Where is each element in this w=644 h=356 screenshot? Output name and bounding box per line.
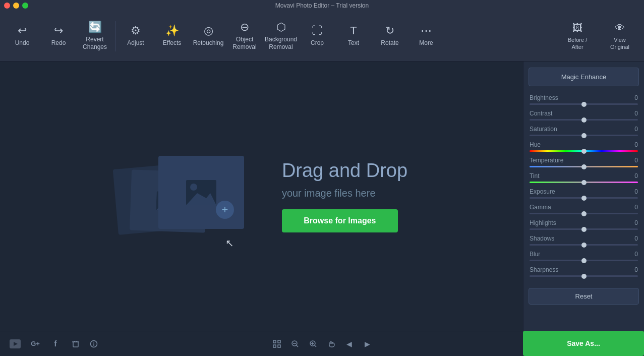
facebook-icon[interactable]: f [47, 336, 64, 352]
undo-label: Undo [15, 39, 30, 46]
next-image-button[interactable]: ▶ [360, 336, 376, 352]
shadows-label: Shadows [530, 235, 554, 242]
hue-track[interactable] [530, 150, 638, 152]
revert-icon: 🔄 [88, 22, 102, 33]
svg-rect-14 [278, 345, 280, 347]
view-original-button[interactable]: 👁 View Original [600, 14, 640, 58]
info-icon: i [90, 340, 98, 348]
main-toolbar: ↩ Undo ↪ Redo 🔄 Revert Changes ⚙ Adjust … [0, 11, 644, 62]
temperature-thumb[interactable] [581, 164, 587, 169]
prev-image-button[interactable]: ◀ [341, 336, 358, 352]
youtube-icon[interactable] [7, 336, 23, 352]
gamma-track[interactable] [530, 213, 638, 214]
minimize-button[interactable] [13, 3, 19, 9]
undo-icon: ↩ [18, 25, 27, 36]
save-as-button[interactable]: Save As... [523, 331, 644, 356]
googleplus-label: G+ [31, 340, 40, 347]
shadows-thumb[interactable] [581, 243, 587, 248]
maximize-button[interactable] [22, 3, 28, 9]
sharpness-slider-row: Sharpness 0 [530, 266, 638, 277]
exposure-track[interactable] [530, 197, 638, 199]
magic-enhance-button[interactable]: Magic Enhance [529, 68, 639, 86]
zoom-out-button[interactable] [287, 336, 303, 352]
highlights-track[interactable] [530, 228, 638, 230]
drop-zone[interactable]: + ↖ Drag and Drop your image files here … [115, 146, 407, 247]
gamma-thumb[interactable] [581, 211, 587, 216]
hue-thumb[interactable] [581, 149, 587, 154]
sliders-section: Brightness 0 Contrast 0 [523, 92, 644, 284]
hand-tool-button[interactable] [323, 336, 339, 352]
tint-value: 0 [634, 172, 638, 180]
object-removal-button[interactable]: ⊖ Object Removal [226, 14, 263, 58]
temperature-track[interactable] [530, 166, 638, 167]
tint-track[interactable] [530, 182, 638, 183]
drop-text-area: Drag and Drop your image files here Brow… [282, 160, 407, 232]
before-after-icon: 🖼 [572, 22, 582, 34]
contrast-track[interactable] [530, 119, 638, 121]
view-original-label: View Original [610, 37, 629, 50]
delete-button[interactable] [68, 336, 84, 352]
crop-button[interactable]: ⛶ Crop [299, 14, 335, 58]
close-button[interactable] [4, 3, 10, 9]
effects-button[interactable]: ✨ Effects [154, 14, 190, 58]
shadows-track[interactable] [530, 244, 638, 246]
googleplus-icon[interactable]: G+ [27, 336, 43, 352]
brightness-thumb[interactable] [581, 102, 587, 107]
svg-rect-12 [278, 340, 280, 343]
svg-point-7 [190, 184, 197, 191]
saturation-thumb[interactable] [581, 133, 587, 138]
image-placeholder: + ↖ [115, 146, 257, 247]
app-title: Movavi Photo Editor – Trial version [275, 2, 369, 9]
crop-icon: ⛶ [312, 25, 323, 36]
gamma-label: Gamma [530, 204, 551, 211]
rotate-button[interactable]: ↻ Rotate [372, 14, 408, 58]
contrast-value: 0 [634, 110, 638, 117]
brightness-track[interactable] [530, 103, 638, 105]
svg-rect-13 [273, 345, 276, 347]
adjust-button[interactable]: ⚙ Adjust [118, 14, 154, 58]
blur-thumb[interactable] [581, 258, 587, 263]
text-button[interactable]: T Text [335, 14, 372, 58]
placeholder-image-icon-3 [186, 180, 216, 205]
window-controls[interactable] [4, 3, 28, 9]
saturation-slider-row: Saturation 0 [530, 126, 638, 136]
exposure-thumb[interactable] [581, 196, 587, 201]
saturation-track[interactable] [530, 135, 638, 136]
tint-label: Tint [530, 172, 540, 180]
toolbar-view-group: 🖼 Before / After 👁 View Original [557, 14, 640, 58]
exposure-label: Exposure [530, 188, 555, 195]
retouching-icon: ◎ [204, 25, 213, 36]
retouching-button[interactable]: ◎ Retouching [190, 14, 226, 58]
before-after-label: Before / After [568, 37, 588, 50]
contrast-label: Contrast [530, 110, 552, 117]
temperature-slider-row: Temperature 0 [530, 157, 638, 167]
sharpness-thumb[interactable] [581, 274, 587, 279]
highlights-label: Highlights [530, 219, 556, 226]
before-after-button[interactable]: 🖼 Before / After [557, 14, 598, 58]
highlights-slider-row: Highlights 0 [530, 219, 638, 230]
undo-button[interactable]: ↩ Undo [4, 14, 40, 58]
object-removal-label: Object Removal [232, 36, 256, 50]
exposure-value: 0 [634, 188, 638, 195]
tint-thumb[interactable] [581, 180, 587, 185]
bottom-center-tools: ◀ ▶ [269, 336, 376, 352]
more-button[interactable]: ⋯ More [408, 14, 444, 58]
redo-button[interactable]: ↪ Redo [40, 14, 77, 58]
zoom-fit-button[interactable] [269, 336, 285, 352]
info-button[interactable]: i [86, 336, 102, 352]
zoom-in-button[interactable] [305, 336, 321, 352]
reset-button[interactable]: Reset [529, 288, 639, 305]
browse-images-button[interactable]: Browse for Images [282, 209, 398, 232]
main-layout: + ↖ Drag and Drop your image files here … [0, 62, 644, 331]
svg-line-16 [296, 345, 298, 347]
bottom-bar: G+ f [0, 331, 644, 356]
contrast-thumb[interactable] [581, 117, 587, 123]
background-removal-button[interactable]: ⬡ Background Removal [263, 14, 299, 58]
svg-rect-11 [273, 340, 276, 343]
sharpness-track[interactable] [530, 275, 638, 277]
view-original-icon: 👁 [615, 22, 625, 34]
blur-track[interactable] [530, 260, 638, 261]
highlights-thumb[interactable] [581, 227, 587, 232]
revert-button[interactable]: 🔄 Revert Changes [77, 14, 113, 58]
canvas-area[interactable]: + ↖ Drag and Drop your image files here … [0, 62, 523, 331]
